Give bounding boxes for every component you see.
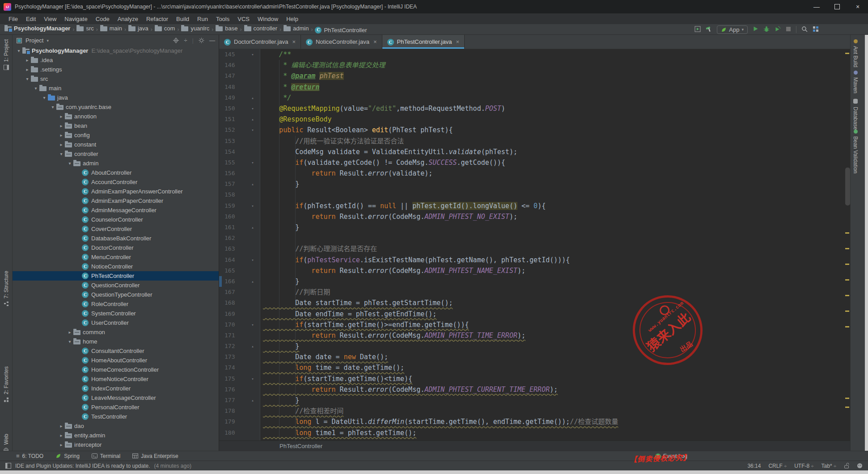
build-hammer-button[interactable] <box>706 26 712 34</box>
chevron-expanded-icon[interactable]: ▾ <box>41 95 48 100</box>
tree-item-admin[interactable]: ▾admin <box>13 159 219 168</box>
stripe-button-web[interactable]: Web <box>0 434 12 453</box>
tree-item-com.yuanlrc.base[interactable]: ▾com.yuanlrc.base <box>13 102 219 112</box>
menu-edit[interactable]: Edit <box>22 16 40 22</box>
fold-marker-icon[interactable]: ▾ <box>245 125 260 135</box>
fold-marker-icon[interactable]: ▴ <box>245 395 260 406</box>
locate-file-icon[interactable] <box>173 38 179 43</box>
fold-marker-icon[interactable]: ▴ <box>245 276 260 287</box>
menu-help[interactable]: Help <box>282 16 302 22</box>
caret-position-widget[interactable]: 36:14 <box>747 463 761 469</box>
gear-icon[interactable] <box>199 38 204 43</box>
error-stripe-mark[interactable] <box>845 248 849 249</box>
tab-close-icon[interactable]: × <box>456 38 459 45</box>
line-ending-widget[interactable]: CRLF ÷ <box>768 463 787 469</box>
error-stripe-mark[interactable] <box>845 310 849 312</box>
tree-item-DoctorController[interactable]: CDoctorController <box>13 243 219 252</box>
menu-refactor[interactable]: Refactor <box>142 16 172 22</box>
tree-item-AccountController[interactable]: CAccountController <box>13 177 219 187</box>
chevron-collapsed-icon[interactable]: ▸ <box>58 114 65 119</box>
maximize-button[interactable] <box>827 0 847 13</box>
chevron-expanded-icon[interactable]: ▾ <box>66 161 73 166</box>
run-with-coverage-button[interactable] <box>775 26 781 34</box>
menu-analyze[interactable]: Analyze <box>114 16 142 22</box>
run-configuration-selector[interactable]: App▾ <box>717 25 748 34</box>
fold-marker-icon[interactable]: ▴ <box>245 114 260 125</box>
tree-item-UserController[interactable]: CUserController <box>13 318 219 327</box>
fold-marker-icon[interactable]: ▾ <box>245 373 260 384</box>
tab-PhTestController.java[interactable]: CPhTestController.java× <box>382 35 465 49</box>
stripe-button-bean-validation[interactable]: Bean Validation <box>852 130 859 173</box>
menu-vcs[interactable]: VCS <box>233 16 254 22</box>
chevron-collapsed-icon[interactable]: ▸ <box>58 133 65 138</box>
editor-scrollbar[interactable] <box>845 168 850 206</box>
chevron-expanded-icon[interactable]: ▾ <box>49 105 56 109</box>
tree-item-.settings[interactable]: ▸.settings <box>13 65 219 74</box>
error-stripe-mark[interactable] <box>845 295 849 296</box>
menu-tools[interactable]: Tools <box>212 16 233 22</box>
fold-marker-icon[interactable]: ▴ <box>245 92 260 103</box>
menu-build[interactable]: Build <box>172 16 193 22</box>
fold-marker-icon[interactable]: ▾ <box>245 255 260 265</box>
toolwindow-button-java-enterprise[interactable]: Java Enterprise <box>132 453 178 459</box>
error-stripe-mark[interactable] <box>845 398 849 399</box>
tab-NoticeController.java[interactable]: CNoticeController.java× <box>301 35 382 49</box>
breadcrumb-item-phtestcontroller[interactable]: CPhTestController <box>315 27 367 34</box>
stop-button[interactable] <box>786 26 791 33</box>
tree-item-bean[interactable]: ▸bean <box>13 121 219 130</box>
tree-item-CounselorController[interactable]: CCounselorController <box>13 215 219 224</box>
code-editor[interactable]: 145▾ /**146 * 编辑心理测试信息表单提交处理147 * @param… <box>219 49 850 440</box>
breadcrumb-item-main[interactable]: main <box>100 25 122 32</box>
chevron-expanded-icon[interactable]: ▾ <box>58 151 65 156</box>
toolwindow-button-terminal[interactable]: Terminal <box>92 453 120 459</box>
tree-item-CoverController[interactable]: CCoverController <box>13 224 219 234</box>
error-stripe-mark[interactable] <box>845 232 849 234</box>
menu-window[interactable]: Window <box>254 16 282 22</box>
fold-marker-icon[interactable]: ▾ <box>245 103 260 114</box>
run-anything-button[interactable] <box>694 26 701 34</box>
error-stripe-mark[interactable] <box>845 53 849 54</box>
tree-item-AdminExamPaperController[interactable]: CAdminExamPaperController <box>13 196 219 206</box>
chevron-expanded-icon[interactable]: ▾ <box>66 339 73 344</box>
search-everywhere-button[interactable] <box>801 26 808 34</box>
stripe-button-ant-build[interactable]: Ant Build <box>852 39 859 67</box>
project-structure-button[interactable] <box>813 26 819 34</box>
menu-view[interactable]: View <box>40 16 60 22</box>
chevron-collapsed-icon[interactable]: ▸ <box>58 424 65 428</box>
tree-item-PhTestController[interactable]: CPhTestController <box>13 271 219 281</box>
menu-run[interactable]: Run <box>193 16 212 22</box>
tree-item-main[interactable]: ▾main <box>13 84 219 93</box>
tree-item-HomeAboutController[interactable]: CHomeAboutController <box>13 356 219 365</box>
tree-item-PersonalController[interactable]: CPersonalController <box>13 403 219 412</box>
tree-item-common[interactable]: ▸common <box>13 327 219 337</box>
run-button[interactable] <box>753 26 758 33</box>
chevron-down-icon[interactable]: ▾ <box>47 38 49 43</box>
error-stripe-mark[interactable] <box>845 264 849 265</box>
tree-item-RoleController[interactable]: CRoleController <box>13 299 219 309</box>
breadcrumb-item-base[interactable]: base <box>216 25 237 32</box>
breadcrumb-item-yuanlrc[interactable]: yuanlrc <box>181 25 209 32</box>
tree-item-NoticeController[interactable]: CNoticeController <box>13 262 219 271</box>
menu-navigate[interactable]: Navigate <box>60 16 91 22</box>
breadcrumb-item-src[interactable]: src <box>76 25 93 32</box>
tree-item-AboutController[interactable]: CAboutController <box>13 168 219 177</box>
fold-marker-icon[interactable]: ▴ <box>245 341 260 352</box>
tree-item-src[interactable]: ▾src <box>13 74 219 84</box>
tree-item-HomeNoticeController[interactable]: CHomeNoticeController <box>13 374 219 384</box>
tab-DoctorController.java[interactable]: CDoctorController.java× <box>219 35 301 49</box>
tree-item-LeaveMessageController[interactable]: CLeaveMessageController <box>13 393 219 403</box>
tree-item-annotion[interactable]: ▸annotion <box>13 112 219 121</box>
chevron-collapsed-icon[interactable]: ▸ <box>58 123 65 128</box>
tree-item-entity.admin[interactable]: ▸entity.admin <box>13 431 219 440</box>
tree-item-.idea[interactable]: ▸.idea <box>13 55 219 65</box>
chevron-expanded-icon[interactable]: ▾ <box>15 48 22 53</box>
toolwindow-button-spring[interactable]: Spring <box>55 453 80 459</box>
lock-icon[interactable] <box>844 463 849 469</box>
stripe-button-database[interactable]: Database <box>852 98 859 130</box>
hide-panel-icon[interactable]: — <box>209 37 215 44</box>
menu-code[interactable]: Code <box>92 16 114 22</box>
tab-close-icon[interactable]: × <box>292 38 296 45</box>
chevron-collapsed-icon[interactable]: ▸ <box>58 142 65 147</box>
tree-item-MenuController[interactable]: CMenuController <box>13 252 219 262</box>
breadcrumb-item-psychologymanager[interactable]: PsychologyManager <box>4 25 70 32</box>
